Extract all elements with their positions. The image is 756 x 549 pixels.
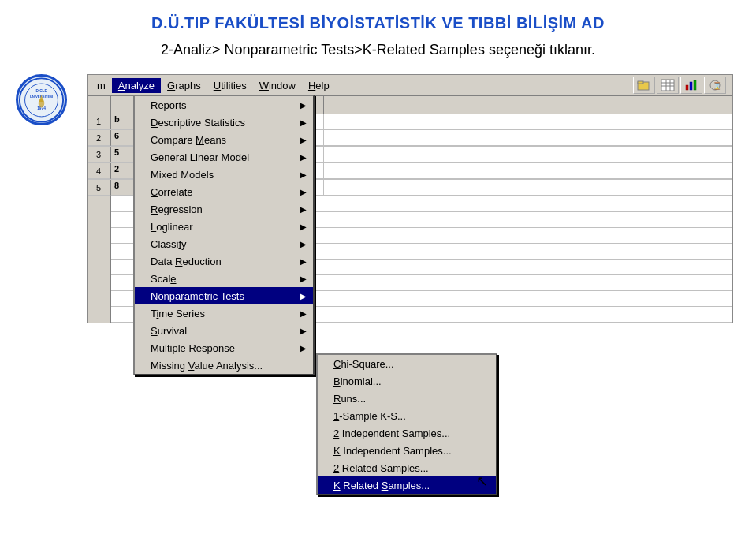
svg-text:⌛: ⌛ (713, 81, 722, 91)
menu-general-linear[interactable]: General Linear Model ▶ (135, 148, 313, 166)
menu-item-graphs[interactable]: Graphs (161, 78, 207, 93)
submenu-chi-square[interactable]: Chi-Square... (318, 355, 496, 372)
submenu-1sample-ks[interactable]: 1-Sample K-S... (318, 407, 496, 424)
menu-time-series[interactable]: Time Series ▶ (135, 304, 313, 322)
submenu-arrow: ▶ (300, 118, 307, 127)
menu-data-reduction[interactable]: Data Reduction ▶ (135, 252, 313, 270)
instruction-text: 2-Analiz> Nonparametric Tests>K-Related … (32, 40, 724, 60)
menu-compare-means[interactable]: Compare Means ▶ (135, 131, 313, 148)
grid-cell-rest (324, 180, 732, 196)
col-header-rest (324, 96, 732, 114)
submenu-k-independent[interactable]: K Independent Samples... (318, 442, 496, 459)
row-num-3: 3 (88, 147, 111, 162)
grid-cell-rest (324, 130, 732, 146)
menu-bar: m Analyze Graphs Utilities Window Help (88, 75, 732, 96)
submenu-arrow: ▶ (300, 205, 307, 214)
menu-mixed-models[interactable]: Mixed Models ▶ (135, 166, 313, 183)
submenu-2-related[interactable]: 2 Related Samples... (318, 459, 496, 476)
grid-corner (88, 96, 111, 114)
menu-correlate[interactable]: Correlate ▶ (135, 183, 313, 200)
toolbar-chart-btn[interactable] (680, 77, 702, 94)
nonparametric-submenu: Chi-Square... Binomial... Runs... 1-Samp… (316, 353, 497, 495)
svg-rect-8 (638, 81, 643, 84)
toolbar-open-btn[interactable] (633, 77, 655, 94)
menu-descriptive-stats[interactable]: Descriptive Statistics ▶ (135, 114, 313, 131)
grid-cell-rest (324, 147, 732, 162)
page-container: D.Ü.TIP FAKÜLTESİ BİYOİSTATİSTİK VE TIBB… (0, 0, 756, 549)
menu-regression[interactable]: Regression ▶ (135, 200, 313, 218)
svg-rect-14 (686, 85, 688, 90)
row-num-4: 4 (88, 163, 111, 179)
menu-item-window[interactable]: Window (253, 78, 302, 93)
submenu-arrow: ▶ (300, 136, 307, 144)
menu-missing-value[interactable]: Missing Value Analysis... (135, 357, 313, 374)
submenu-2-independent[interactable]: 2 Independent Samples... (318, 424, 496, 442)
submenu-arrow: ▶ (300, 309, 307, 318)
submenu-arrow: ▶ (300, 292, 307, 301)
svg-rect-9 (661, 80, 674, 91)
menu-survival[interactable]: Survival ▶ (135, 322, 313, 339)
submenu-arrow: ▶ (300, 240, 307, 248)
submenu-arrow: ▶ (300, 222, 307, 231)
row-num-5: 5 (88, 180, 111, 196)
menu-item-help[interactable]: Help (302, 78, 336, 93)
row-num-2: 2 (88, 130, 111, 146)
university-logo: DİCLE ÜNİVERSİTESİ 1974 (16, 74, 67, 125)
menu-item-utilities[interactable]: Utilities (207, 78, 253, 93)
submenu-runs[interactable]: Runs... (318, 390, 496, 407)
toolbar-calculator-btn[interactable]: ⌛ (704, 77, 726, 94)
content-area: DİCLE ÜNİVERSİTESİ 1974 m Analyze Graphs… (0, 66, 756, 327)
menu-multiple-response[interactable]: Multiple Response ▶ (135, 339, 313, 357)
submenu-arrow: ▶ (300, 344, 307, 353)
cursor-arrow: ↖ (476, 472, 488, 490)
menu-scale[interactable]: Scale ▶ (135, 270, 313, 287)
svg-rect-15 (690, 82, 692, 90)
submenu-k-related[interactable]: K Related Samples... (318, 476, 496, 494)
logo-container: DİCLE ÜNİVERSİTESİ 1974 (16, 74, 71, 129)
submenu-binomial[interactable]: Binomial... (318, 372, 496, 390)
svg-rect-16 (694, 80, 696, 90)
submenu-arrow: ▶ (300, 274, 307, 283)
header-section: D.Ü.TIP FAKÜLTESİ BİYOİSTATİSTİK VE TIBB… (0, 0, 756, 66)
dropdown-overlay: Reports ▶ Descriptive Statistics ▶ Compa… (133, 95, 315, 375)
menu-item-analyze[interactable]: Analyze (112, 78, 161, 93)
grid-cell-rest (324, 114, 732, 129)
menu-item-m[interactable]: m (91, 78, 112, 93)
analyze-menu: Reports ▶ Descriptive Statistics ▶ Compa… (133, 95, 315, 375)
spss-window: m Analyze Graphs Utilities Window Help (87, 74, 733, 323)
page-title: D.Ü.TIP FAKÜLTESİ BİYOİSTATİSTİK VE TIBB… (32, 14, 724, 32)
submenu-arrow: ▶ (300, 257, 307, 266)
menu-loglinear[interactable]: Loglinear ▶ (135, 218, 313, 235)
menu-nonparametric[interactable]: Nonparametric Tests ▶ (135, 287, 313, 304)
submenu-arrow: ▶ (300, 327, 307, 335)
submenu-arrow: ▶ (300, 188, 307, 196)
submenu-arrow: ▶ (300, 153, 307, 162)
toolbar-table-btn[interactable] (657, 77, 679, 94)
svg-text:DİCLE: DİCLE (35, 88, 47, 92)
menu-classify[interactable]: Classify ▶ (135, 235, 313, 252)
submenu-arrow: ▶ (300, 101, 307, 110)
row-num-1: 1 (88, 114, 111, 129)
menu-reports[interactable]: Reports ▶ (135, 96, 313, 114)
submenu-arrow: ▶ (300, 170, 307, 179)
grid-cell-rest (324, 163, 732, 179)
